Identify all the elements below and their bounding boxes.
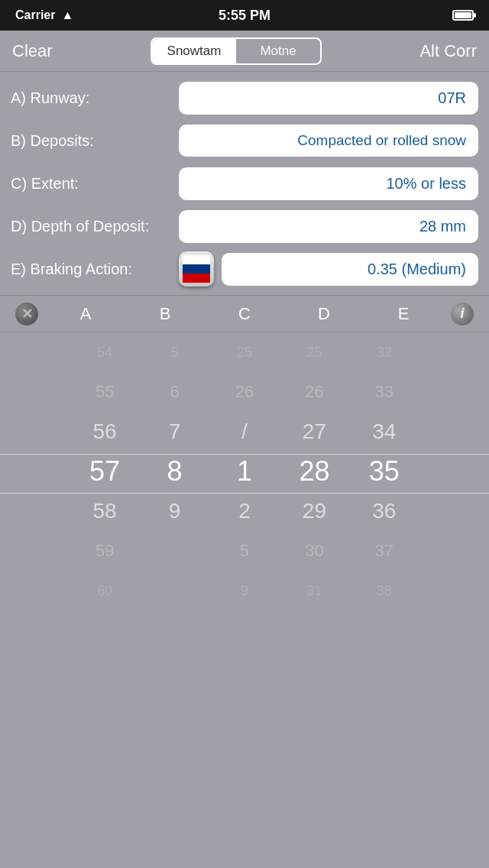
deposits-value[interactable]: Compacted or rolled snow [179, 125, 478, 157]
nav-bar: Clear Snowtam Motne Alt Corr [0, 31, 489, 72]
picker-col-b[interactable]: 5 6 7 8 9 [140, 332, 209, 615]
picker-item[interactable]: 8 [140, 452, 209, 491]
picker-item[interactable]: 33 [349, 372, 419, 412]
picker-item[interactable]: 38 [349, 571, 419, 611]
braking-row: E) Braking Action: 0.35 (Medium) [11, 251, 478, 287]
col-header-e: E [364, 304, 443, 324]
segment-snowtam[interactable]: Snowtam [152, 39, 236, 63]
picker-item[interactable]: 59 [70, 531, 139, 571]
picker-item[interactable] [140, 571, 209, 611]
status-right [452, 10, 474, 21]
picker-item[interactable]: 35 [349, 452, 419, 491]
picker-item[interactable]: 36 [349, 491, 419, 531]
picker-item[interactable]: 9 [209, 571, 279, 611]
depth-value[interactable]: 28 mm [179, 210, 478, 243]
battery-icon [452, 10, 474, 21]
braking-label: E) Braking Action: [11, 261, 179, 278]
status-bar: Carrier ▲ 5:55 PM [0, 0, 489, 31]
alt-corr-button[interactable]: Alt Corr [419, 41, 477, 61]
col-headers: ✕ A B C D E i [0, 296, 489, 332]
picker-item[interactable]: 1 [209, 452, 279, 491]
carrier-label: Carrier [15, 8, 55, 22]
picker-item[interactable]: 26 [209, 372, 279, 412]
picker-item[interactable]: 27 [280, 412, 349, 452]
picker-section: ✕ A B C D E i 54 55 56 57 58 59 60 5 6 7 [0, 295, 489, 615]
picker-item[interactable]: 5 [209, 531, 279, 571]
braking-value[interactable]: 0.35 (Medium) [222, 253, 478, 286]
col-header-c: C [205, 304, 284, 324]
picker-item[interactable]: 26 [280, 372, 349, 412]
picker-item[interactable]: 28 [280, 452, 349, 491]
x-button-col[interactable]: ✕ [8, 303, 46, 326]
picker-item[interactable]: 56 [70, 412, 139, 452]
picker-col-d[interactable]: 25 26 27 28 29 30 31 [280, 332, 349, 615]
picker-item[interactable] [140, 531, 209, 571]
picker-item[interactable]: 55 [70, 372, 139, 412]
picker-container: 54 55 56 57 58 59 60 5 6 7 8 9 25 26 / 1… [0, 332, 489, 615]
x-icon[interactable]: ✕ [15, 303, 38, 326]
picker-item[interactable]: 31 [280, 571, 349, 611]
picker-item[interactable]: 30 [280, 531, 349, 571]
picker-item[interactable]: 37 [349, 531, 419, 571]
runway-value[interactable]: 07R [179, 82, 478, 115]
picker-item[interactable]: 5 [140, 332, 209, 372]
extent-value[interactable]: 10% or less [179, 167, 478, 200]
col-header-a: A [46, 304, 125, 324]
info-button-col[interactable]: i [443, 303, 481, 326]
picker-item[interactable]: 25 [280, 332, 349, 372]
time-label: 5:55 PM [219, 8, 270, 24]
picker-col-e[interactable]: 32 33 34 35 36 37 38 [349, 332, 419, 615]
segment-control[interactable]: Snowtam Motne [151, 37, 322, 65]
status-left: Carrier ▲ [15, 8, 73, 22]
clear-button[interactable]: Clear [12, 41, 53, 61]
picker-item[interactable]: 29 [280, 491, 349, 531]
picker-col-a[interactable]: 54 55 56 57 58 59 60 [70, 332, 139, 615]
picker-item[interactable]: 58 [70, 491, 139, 531]
deposits-label: B) Deposits: [11, 132, 179, 150]
picker-item[interactable]: 57 [70, 452, 139, 491]
deposits-row: B) Deposits: Compacted or rolled snow [11, 122, 478, 159]
picker-side-right [419, 332, 489, 615]
form-section: A) Runway: 07R B) Deposits: Compacted or… [0, 72, 489, 295]
extent-row: C) Extent: 10% or less [11, 165, 478, 202]
picker-side-left [0, 332, 70, 615]
picker-item[interactable]: 6 [140, 372, 209, 412]
picker-item[interactable]: 32 [349, 332, 419, 372]
picker-item[interactable]: 60 [70, 571, 139, 611]
info-icon[interactable]: i [451, 303, 474, 326]
picker-item[interactable]: 25 [209, 332, 279, 372]
picker-col-c[interactable]: 25 26 / 1 2 5 9 [209, 332, 279, 615]
col-header-d: D [284, 304, 364, 324]
depth-label: D) Depth of Deposit: [11, 218, 179, 235]
col-header-b: B [125, 304, 205, 324]
picker-item[interactable]: 34 [349, 412, 419, 452]
segment-motne[interactable]: Motne [236, 39, 320, 63]
extent-label: C) Extent: [11, 175, 179, 193]
flag-icon[interactable] [179, 251, 214, 287]
wifi-icon: ▲ [61, 8, 73, 22]
runway-row: A) Runway: 07R [11, 79, 478, 116]
runway-label: A) Runway: [11, 89, 179, 107]
picker-item[interactable]: 7 [140, 412, 209, 452]
picker-item[interactable]: 54 [70, 332, 139, 372]
depth-row: D) Depth of Deposit: 28 mm [11, 208, 478, 245]
picker-item[interactable]: / [209, 412, 279, 452]
picker-item[interactable]: 9 [140, 491, 209, 531]
picker-item[interactable]: 2 [209, 491, 279, 531]
